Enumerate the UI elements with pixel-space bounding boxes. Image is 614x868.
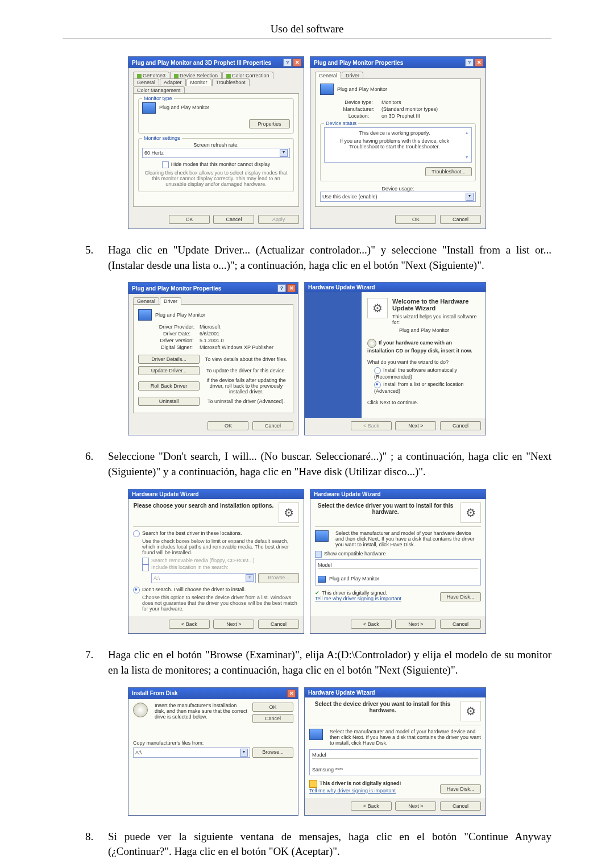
dlg-hardware-wizard-search: Hardware Update Wizard Please choose you…: [128, 489, 304, 634]
refresh-rate-select[interactable]: 60 Hertz ▾: [142, 148, 290, 158]
dlg-title: Hardware Update Wizard: [132, 491, 199, 497]
provider-key: Driver Provider:: [154, 324, 200, 330]
nvidia-icon: [226, 74, 231, 78]
install-instruction: Insert the manufacturer's installation d…: [155, 703, 248, 723]
cancel-button[interactable]: Cancel: [213, 215, 254, 224]
properties-button[interactable]: Properties: [249, 119, 290, 128]
close-icon[interactable]: ✕: [287, 690, 296, 697]
why-signing-link[interactable]: Tell me why driver signing is important: [315, 596, 401, 601]
monitor-type-label: Monitor type: [142, 95, 174, 101]
ok-button[interactable]: OK: [208, 421, 248, 430]
cancel-button[interactable]: Cancel: [440, 421, 481, 430]
ok-button[interactable]: OK: [252, 703, 293, 712]
signer-val: Microsoft Windows XP Publisher: [200, 344, 273, 350]
manuf-key: Manufacturer:: [336, 106, 381, 112]
tab-general[interactable]: General: [315, 72, 341, 79]
signed-text: This driver is digitally signed.: [322, 590, 387, 596]
close-icon[interactable]: ✕: [475, 59, 483, 67]
step-number: 5.: [85, 243, 108, 273]
back-button: < Back: [351, 421, 392, 430]
close-icon[interactable]: ✕: [293, 59, 301, 67]
radio-auto[interactable]: [374, 367, 381, 374]
radio-auto-label: Install the software automatically (Reco…: [374, 368, 457, 380]
dlg-monitor-3dprophet-props: Plug and Play Monitor and 3D Prophet III…: [128, 56, 304, 229]
divider: [63, 39, 551, 39]
help-icon[interactable]: ?: [283, 59, 292, 67]
troubleshoot-button[interactable]: Troubleshoot...: [425, 167, 472, 176]
back-button[interactable]: < Back: [351, 801, 392, 811]
copy-from-path[interactable]: A:\▾: [133, 747, 250, 758]
chevron-down-icon: ▾: [280, 149, 288, 157]
cancel-button[interactable]: Cancel: [440, 620, 481, 629]
wizard-question: What do you want the wizard to do?: [367, 359, 480, 365]
chevron-down-icon: ▾: [246, 574, 254, 582]
tab-driver[interactable]: Driver: [160, 297, 181, 305]
monitor-icon: [142, 102, 156, 114]
browse-button[interactable]: Browse...: [252, 747, 293, 758]
wizard-instruction: Select the manufacturer and model of you…: [330, 729, 481, 746]
chk-compatible[interactable]: [315, 551, 322, 558]
device-name: Plug and Play Monitor: [337, 86, 387, 92]
close-icon[interactable]: ✕: [287, 284, 296, 292]
wizard-icon: ⚙: [279, 502, 299, 523]
model-value: Samsung ****: [312, 767, 478, 773]
back-button[interactable]: < Back: [169, 620, 210, 629]
nvidia-icon: [174, 74, 179, 78]
help-icon[interactable]: ?: [465, 59, 474, 67]
hide-modes-checkbox[interactable]: [162, 161, 169, 168]
why-signing-link[interactable]: Tell me why driver signing is important: [309, 788, 396, 794]
update-driver-button[interactable]: Update Driver...: [138, 366, 200, 375]
model-list[interactable]: Model Plug and Play Monitor: [315, 559, 481, 585]
monitor-icon: [315, 530, 329, 542]
dlg-title: Install From Disk: [132, 690, 178, 696]
tab-adapter[interactable]: Adapter: [160, 78, 186, 86]
copy-from-label: Copy manufacturer's files from:: [133, 740, 293, 746]
cancel-button[interactable]: Cancel: [440, 801, 481, 811]
chk-removable: [142, 558, 149, 564]
radio-advanced[interactable]: [374, 381, 381, 388]
have-disk-button[interactable]: Have Disk...: [440, 784, 481, 794]
device-name: Plug and Play Monitor: [155, 312, 205, 318]
next-button[interactable]: Next >: [395, 421, 436, 430]
wizard-icon: ⚙: [367, 298, 388, 318]
step-number: 8.: [85, 829, 108, 859]
ok-button[interactable]: OK: [169, 215, 210, 224]
tab-troubleshoot[interactable]: Troubleshoot: [212, 78, 250, 86]
cancel-button[interactable]: Cancel: [440, 215, 481, 224]
uninstall-button[interactable]: Uninstall: [138, 397, 200, 406]
wizard-header: Please choose your search and installati…: [133, 502, 274, 509]
manuf-val: (Standard monitor types): [381, 106, 438, 112]
driver-details-button[interactable]: Driver Details...: [138, 355, 200, 364]
figure-row-4: Install From Disk ✕ Insert the manufactu…: [63, 687, 551, 816]
rollback-driver-button[interactable]: Roll Back Driver: [138, 381, 200, 391]
radio-search[interactable]: [133, 530, 140, 537]
tab-monitor[interactable]: Monitor: [186, 78, 211, 86]
dlg-hardware-wizard-select1: Hardware Update Wizard Select the device…: [310, 489, 486, 634]
signer-key: Digital Signer:: [154, 344, 200, 350]
wizard-icon: ⚙: [460, 701, 481, 721]
ok-button[interactable]: OK: [395, 215, 436, 224]
apply-button: Apply: [258, 215, 299, 224]
chk-removable-label: Search removable media (floppy, CD-ROM..…: [151, 558, 254, 564]
help-icon[interactable]: ?: [277, 284, 286, 292]
nvidia-icon: [137, 74, 142, 78]
device-usage-select[interactable]: Use this device (enable) ▾: [320, 192, 476, 202]
chevron-down-icon: ▾: [466, 193, 474, 201]
have-disk-button[interactable]: Have Disk...: [440, 592, 481, 601]
model-list[interactable]: Model Samsung ****: [309, 749, 481, 775]
back-button[interactable]: < Back: [351, 620, 392, 629]
cancel-button[interactable]: Cancel: [258, 620, 299, 629]
cancel-button[interactable]: Cancel: [252, 421, 293, 430]
radio-dont-search[interactable]: [133, 587, 140, 593]
next-button[interactable]: Next >: [395, 620, 436, 629]
chk-compatible-label: Show compatible hardware: [324, 551, 386, 557]
driver-details-desc: To view details about the driver files.: [204, 356, 288, 362]
device-status-text: This device is working properly. If you …: [324, 127, 472, 163]
tab-general[interactable]: General: [133, 78, 159, 86]
cancel-button[interactable]: Cancel: [252, 714, 293, 723]
wizard-instruction: Select the manufacturer and model of you…: [335, 530, 481, 547]
devtype-key: Device type:: [336, 99, 381, 105]
warning-icon: [309, 780, 317, 788]
next-button[interactable]: Next >: [395, 801, 436, 811]
next-button[interactable]: Next >: [213, 620, 254, 629]
